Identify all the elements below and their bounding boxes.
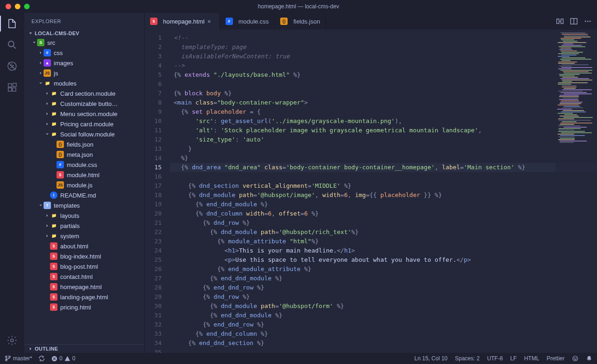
minimap[interactable] xyxy=(555,30,597,353)
chevron-right-icon xyxy=(28,346,33,352)
html-icon: 5 xyxy=(50,263,57,270)
eol[interactable]: LF xyxy=(510,355,517,362)
tree-item-card-section-module[interactable]: 📁Card section.module xyxy=(24,88,144,99)
tree-item-modules[interactable]: 📁modules xyxy=(24,78,144,88)
close-window-icon[interactable] xyxy=(6,4,11,9)
maximize-window-icon[interactable] xyxy=(24,4,30,9)
git-branch[interactable]: master* xyxy=(5,355,32,362)
editor-area: 5homepage.html×#module.css{}fields.json … xyxy=(145,13,597,353)
explorer-icon[interactable] xyxy=(6,18,18,30)
json-icon: {} xyxy=(280,18,288,25)
gear-icon[interactable] xyxy=(6,334,18,346)
problems-indicator[interactable]: 0 0 xyxy=(51,355,75,362)
folder-js-icon: JS xyxy=(44,69,51,77)
split-editor-icon[interactable] xyxy=(570,18,578,25)
tree-item-pricing-html[interactable]: 5pricing.html xyxy=(24,302,144,312)
tree-item-about-html[interactable]: 5about.html xyxy=(24,241,144,251)
folder-img-icon: ▲ xyxy=(44,59,51,67)
project-name: LOCAL-CMS-DEV xyxy=(35,31,79,36)
indent-setting[interactable]: Spaces: 2 xyxy=(455,355,479,362)
tree-item-blog-index-html[interactable]: 5blog-index.html xyxy=(24,251,144,261)
tree-item-meta-json[interactable]: {}meta.json xyxy=(24,149,144,160)
svg-point-0 xyxy=(8,41,14,47)
css-icon: # xyxy=(226,18,233,25)
tree-item-menu-section-module[interactable]: 📁Menu section.module xyxy=(24,109,144,119)
project-section-header[interactable]: LOCAL-CMS-DEV xyxy=(24,29,144,37)
tree-item-homepage-html[interactable]: 5homepage.html xyxy=(24,282,144,292)
html-icon: 5 xyxy=(57,171,64,179)
svg-rect-2 xyxy=(8,84,12,87)
search-icon[interactable] xyxy=(6,39,18,51)
svg-rect-7 xyxy=(557,19,559,24)
folder-icon: 📁 xyxy=(50,232,57,240)
chevron-right-icon xyxy=(44,91,50,96)
folder-icon: 📁 xyxy=(50,130,57,138)
folder-tpl-icon: T xyxy=(44,202,51,209)
chevron-right-icon xyxy=(44,223,50,228)
tab-bar: 5homepage.html×#module.css{}fields.json xyxy=(145,13,597,30)
cursor-position[interactable]: Ln 15, Col 10 xyxy=(415,355,447,362)
bell-icon[interactable] xyxy=(586,355,592,362)
chevron-right-icon xyxy=(38,70,44,76)
extensions-icon[interactable] xyxy=(6,81,18,93)
outline-section-header[interactable]: OUTLINE xyxy=(24,344,144,353)
tree-item-customizable-butto-[interactable]: 📁Customizable butto… xyxy=(24,99,144,109)
language-mode[interactable]: HTML xyxy=(524,355,540,362)
tree-item-js[interactable]: JSjs xyxy=(24,68,144,78)
chevron-down-icon xyxy=(44,131,50,137)
tree-item-layouts[interactable]: 📁layouts xyxy=(24,210,144,221)
tree-item-landing-page-html[interactable]: 5landing-page.html xyxy=(24,292,144,302)
sync-button[interactable] xyxy=(38,355,45,362)
compare-icon[interactable] xyxy=(556,18,564,25)
chevron-right-icon xyxy=(38,60,44,66)
html-icon: 5 xyxy=(50,273,57,280)
tree-item-system[interactable]: 📁system xyxy=(24,231,144,241)
info-icon: i xyxy=(50,191,57,199)
outline-label: OUTLINE xyxy=(35,346,58,352)
minimize-window-icon[interactable] xyxy=(15,4,20,9)
tree-item-blog-post-html[interactable]: 5blog-post.html xyxy=(24,261,144,271)
feedback-icon[interactable] xyxy=(572,355,578,362)
tab-module-css[interactable]: #module.css xyxy=(220,13,275,30)
window-title: homepage.html — local-cms-dev xyxy=(258,3,339,10)
tree-item-css[interactable]: #css xyxy=(24,48,144,58)
svg-rect-3 xyxy=(8,88,12,91)
window: homepage.html — local-cms-dev EXPLOR xyxy=(0,0,597,364)
titlebar[interactable]: homepage.html — local-cms-dev xyxy=(0,0,597,13)
folder-icon: 📁 xyxy=(44,80,51,87)
svg-point-6 xyxy=(11,339,13,342)
tree-item-module-js[interactable]: JSmodule.js xyxy=(24,180,144,190)
html-icon: 5 xyxy=(50,283,57,290)
tree-item-readme-md[interactable]: iREADME.md xyxy=(24,190,144,200)
tree-item-module-css[interactable]: #module.css xyxy=(24,160,144,170)
css-icon: # xyxy=(57,161,64,168)
tree-item-module-html[interactable]: 5module.html xyxy=(24,170,144,180)
tab-fields-json[interactable]: {}fields.json xyxy=(275,13,326,30)
tree-item-partials[interactable]: 📁partials xyxy=(24,221,144,231)
tree-item-fields-json[interactable]: {}fields.json xyxy=(24,139,144,149)
svg-rect-4 xyxy=(13,88,16,91)
tree-item-images[interactable]: ▲images xyxy=(24,58,144,68)
main-area: EXPLORER LOCAL-CMS-DEV Ssrc#css▲imagesJS… xyxy=(0,13,597,353)
formatter[interactable]: Prettier xyxy=(547,355,565,362)
encoding[interactable]: UTF-8 xyxy=(487,355,503,362)
folder-src-icon: S xyxy=(37,39,44,46)
debug-disabled-icon[interactable] xyxy=(6,60,18,72)
tree-item-templates[interactable]: Ttemplates xyxy=(24,200,144,210)
html-icon: 5 xyxy=(50,242,57,250)
editor[interactable]: 1234567891011121314151617181920212223242… xyxy=(145,30,597,353)
tree-item-contact-html[interactable]: 5contact.html xyxy=(24,271,144,282)
tree-item-pricing-card-module[interactable]: 📁Pricing card.module xyxy=(24,119,144,129)
close-icon[interactable]: × xyxy=(207,18,214,25)
file-tree[interactable]: Ssrc#css▲imagesJSjs📁modules📁Card section… xyxy=(24,37,144,344)
chevron-down-icon xyxy=(28,31,33,36)
tree-item-src[interactable]: Ssrc xyxy=(24,37,144,48)
line-gutter[interactable]: 1234567891011121314151617181920212223242… xyxy=(145,30,170,353)
sidebar: EXPLORER LOCAL-CMS-DEV Ssrc#css▲imagesJS… xyxy=(24,13,145,353)
code-content[interactable]: <!-- templateType: page isAvailableForNe… xyxy=(170,30,597,353)
tab-homepage-html[interactable]: 5homepage.html× xyxy=(145,13,220,30)
tree-item-social-follow-module[interactable]: 📁Social follow.module xyxy=(24,129,144,139)
folder-icon: 📁 xyxy=(50,90,57,97)
chevron-down-icon xyxy=(31,40,37,45)
more-icon[interactable] xyxy=(584,18,591,25)
